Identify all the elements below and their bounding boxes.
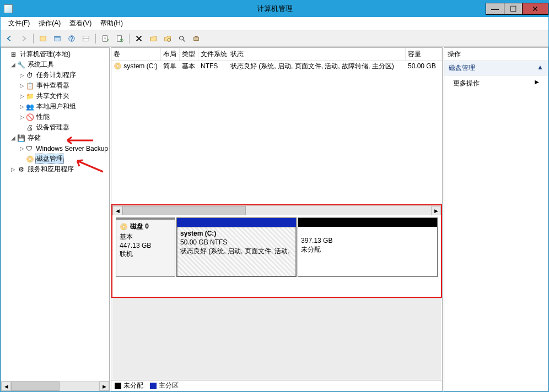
col-status[interactable]: 状态 — [228, 48, 406, 61]
scroll-thumb[interactable] — [122, 206, 246, 215]
tree-device-manager[interactable]: 🖨设备管理器 — [1, 122, 109, 133]
partition-name: system (C:) — [180, 229, 293, 238]
scroll-left-button[interactable]: ◀ — [112, 206, 122, 215]
zoom-button[interactable] — [175, 32, 189, 45]
legend-unallocated: 未分配 — [123, 381, 143, 390]
collapse-icon[interactable]: ◢ — [10, 62, 17, 68]
settings-button[interactable] — [190, 32, 203, 45]
expand-icon[interactable]: ▷ — [19, 104, 25, 110]
services-icon: ⚙ — [17, 165, 25, 174]
partition-header — [177, 218, 296, 227]
expand-icon[interactable]: ▷ — [19, 72, 25, 78]
main-area: 🖥计算机管理(本地) ◢🔧系统工具 ▷⏱任务计划程序 ▷📋事件查看器 ▷📁共享文… — [1, 47, 548, 391]
separator — [33, 34, 34, 43]
partition-unallocated[interactable]: 397.13 GB 未分配 — [298, 217, 438, 277]
col-filesystem[interactable]: 文件系统 — [198, 48, 228, 61]
minimize-button[interactable]: — — [486, 3, 504, 15]
rescan-button[interactable] — [113, 32, 126, 45]
actions-section-title[interactable]: 磁盘管理 ▲ — [444, 61, 548, 75]
maximize-button[interactable]: ☐ — [504, 3, 523, 15]
scroll-right-button[interactable]: ▶ — [99, 382, 109, 391]
tree-system-tools[interactable]: ◢🔧系统工具 — [1, 59, 109, 70]
scroll-left-button[interactable]: ◀ — [1, 382, 11, 391]
tree-performance[interactable]: ▷🚫性能 — [1, 112, 109, 122]
legend-primary: 主分区 — [159, 381, 179, 390]
volume-list[interactable]: 📀 system (C:) 简单 基本 NTFS 状态良好 (系统, 启动, 页… — [111, 61, 442, 204]
disk-map-empty-area — [112, 298, 441, 380]
menu-file[interactable]: 文件(F) — [4, 18, 34, 29]
tree-root[interactable]: 🖥计算机管理(本地) — [1, 49, 109, 59]
volume-icon: 📀 — [114, 62, 122, 70]
col-type[interactable]: 类型 — [180, 48, 198, 61]
separator — [129, 34, 130, 43]
legend-swatch-primary — [150, 383, 157, 389]
collapse-icon[interactable]: ◢ — [10, 135, 17, 141]
center-panel: 卷 布局 类型 文件系统 状态 容量 📀 system (C:) 简单 基本 N… — [111, 47, 443, 391]
close-button[interactable]: ✕ — [522, 3, 548, 15]
disk-state: 联机 — [120, 249, 171, 259]
expand-icon[interactable]: ▷ — [19, 93, 25, 99]
backup-icon: 🛡 — [25, 144, 34, 153]
scroll-right-button[interactable]: ▶ — [431, 206, 441, 215]
properties-button[interactable] — [51, 32, 64, 45]
expand-icon[interactable]: ▷ — [19, 83, 25, 89]
tree-local-users[interactable]: ▷👥本地用户和组 — [1, 101, 109, 112]
partition-system[interactable]: system (C:) 50.00 GB NTFS 状态良好 (系统, 启动, … — [176, 217, 297, 277]
menu-view[interactable]: 查看(V) — [65, 18, 96, 29]
action-open-button[interactable] — [147, 32, 160, 45]
col-layout[interactable]: 布局 — [161, 48, 180, 61]
tree-services-apps[interactable]: ▷⚙服务和应用程序 — [1, 164, 109, 175]
col-volume[interactable]: 卷 — [111, 48, 161, 61]
action-explore-button[interactable] — [161, 32, 174, 45]
menu-help[interactable]: 帮助(H) — [96, 18, 127, 29]
refresh-button[interactable] — [99, 32, 112, 45]
scroll-track[interactable] — [11, 382, 99, 391]
view-split-button[interactable] — [79, 32, 93, 45]
actions-panel: 操作 磁盘管理 ▲ 更多操作 ▶ — [444, 47, 548, 391]
expand-icon[interactable]: ▷ — [19, 145, 25, 151]
partition-header — [298, 218, 437, 227]
tree-task-scheduler[interactable]: ▷⏱任务计划程序 — [1, 70, 109, 80]
back-button[interactable] — [3, 32, 16, 45]
forward-button[interactable] — [17, 32, 30, 45]
disk-row[interactable]: 📀磁盘 0 基本 447.13 GB 联机 system (C:) 50.00 … — [116, 217, 438, 277]
scroll-thumb[interactable] — [11, 382, 60, 391]
disk-icon: 📀 — [25, 155, 34, 164]
tree-panel: 🖥计算机管理(本地) ◢🔧系统工具 ▷⏱任务计划程序 ▷📋事件查看器 ▷📁共享文… — [1, 47, 110, 391]
tree-event-viewer[interactable]: ▷📋事件查看器 — [1, 80, 109, 91]
volume-fs: NTFS — [198, 62, 228, 70]
event-icon: 📋 — [25, 81, 34, 90]
clock-icon: ⏱ — [25, 71, 34, 80]
window-title: 计算机管理 — [257, 4, 293, 14]
tree-hscrollbar[interactable]: ◀ ▶ — [1, 381, 109, 391]
svg-point-11 — [180, 36, 184, 40]
expand-icon[interactable]: ▷ — [10, 166, 17, 172]
disk-size: 447.13 GB — [120, 242, 171, 249]
svg-rect-0 — [40, 36, 46, 41]
help-button[interactable]: ? — [65, 32, 78, 45]
show-hide-tree-button[interactable] — [36, 32, 50, 45]
volume-hscrollbar[interactable]: ◀ ▶ — [112, 205, 441, 215]
tree-ws-backup[interactable]: ▷🛡Windows Server Backup — [1, 143, 109, 154]
disk-icon: 📀 — [120, 223, 128, 231]
actions-more[interactable]: 更多操作 ▶ — [444, 75, 548, 91]
legend-swatch-unallocated — [115, 383, 121, 389]
disk-info[interactable]: 📀磁盘 0 基本 447.13 GB 联机 — [116, 217, 175, 277]
volume-type: 基本 — [180, 62, 198, 71]
col-capacity[interactable]: 容量 — [406, 48, 442, 61]
expand-icon[interactable]: ▷ — [19, 114, 25, 120]
tree-storage[interactable]: ◢💾存储 — [1, 133, 109, 143]
svg-rect-14 — [195, 36, 197, 37]
tree-disk-management[interactable]: 📀磁盘管理 — [1, 154, 109, 164]
tree-view[interactable]: 🖥计算机管理(本地) ◢🔧系统工具 ▷⏱任务计划程序 ▷📋事件查看器 ▷📁共享文… — [1, 48, 109, 381]
delete-button[interactable] — [132, 32, 146, 45]
tree-shared-folders[interactable]: ▷📁共享文件夹 — [1, 91, 109, 101]
partition-size: 50.00 GB NTFS — [180, 238, 293, 247]
partition-status: 状态良好 (系统, 启动, 页面文件, 活动, — [180, 247, 293, 255]
volume-row[interactable]: 📀 system (C:) 简单 基本 NTFS 状态良好 (系统, 启动, 页… — [111, 61, 442, 71]
scroll-track[interactable] — [122, 206, 431, 215]
unalloc-size: 397.13 GB — [301, 236, 434, 245]
volume-name: 📀 system (C:) — [111, 62, 161, 70]
disk-type: 基本 — [120, 232, 171, 242]
menu-action[interactable]: 操作(A) — [34, 18, 65, 29]
